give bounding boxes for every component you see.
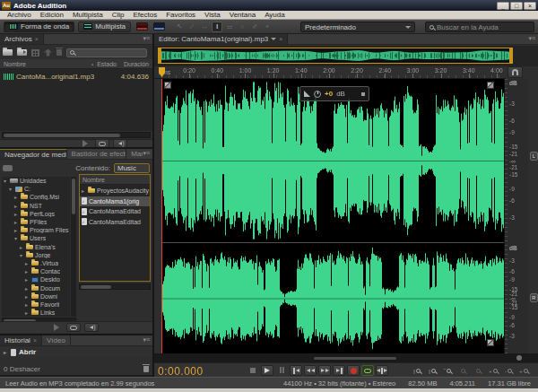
tree-item-11[interactable]: ▸Contac: [2, 267, 70, 275]
tree-item-8[interactable]: ▸Elena's: [2, 243, 70, 251]
tree-item-3[interactable]: ▸NST: [2, 202, 70, 210]
zoom-knob[interactable]: [516, 355, 522, 361]
spectral-pitch-display-icon[interactable]: [153, 22, 165, 30]
disclosure-icon[interactable]: ▾: [9, 186, 13, 192]
zoom-out-full-button[interactable]: [456, 366, 469, 376]
zoom-reset-button[interactable]: [472, 366, 484, 376]
slip-tool-icon[interactable]: [199, 22, 210, 32]
fade-icon[interactable]: [304, 91, 310, 97]
gain-knob-icon[interactable]: [314, 91, 321, 98]
disclosure-icon[interactable]: ▸: [14, 227, 19, 233]
tree-item-0[interactable]: ▾Unidades: [2, 177, 70, 185]
panel-menu-icon[interactable]: [143, 149, 152, 159]
stop-button[interactable]: [247, 365, 259, 376]
delete-icon[interactable]: [56, 49, 62, 56]
waveform-display[interactable]: [161, 79, 504, 353]
pin-icon[interactable]: [361, 92, 365, 96]
file-row[interactable]: CantoMa...original1.mp3 4:04.636: [0, 71, 152, 82]
trash-icon[interactable]: [143, 366, 149, 372]
time-display[interactable]: 0:00.000: [158, 365, 204, 378]
menu-item-7[interactable]: Ventana: [225, 11, 260, 19]
menu-item-5[interactable]: Favoritos: [161, 11, 200, 19]
open-file-icon[interactable]: [3, 49, 13, 56]
disclosure-icon[interactable]: ▸: [25, 309, 30, 316]
channel-right-button[interactable]: R: [530, 293, 538, 302]
disclosure-icon[interactable]: ▸: [25, 260, 30, 266]
loop-playback-button[interactable]: [361, 365, 374, 376]
list-item-2[interactable]: CantoMamaEditad: [80, 206, 150, 216]
save-icon[interactable]: [44, 49, 52, 57]
corner-handle-bottom-right[interactable]: [487, 339, 494, 346]
panel-divider[interactable]: [0, 147, 152, 149]
disclosure-icon[interactable]: ▸: [25, 285, 30, 292]
menu-item-6[interactable]: Vista: [200, 11, 225, 19]
panel-menu-icon[interactable]: [143, 335, 152, 345]
file-list[interactable]: CantoMa...original1.mp3 4:04.636: [0, 69, 152, 131]
tab-marcadores[interactable]: Mar: [126, 149, 143, 159]
marquee-selection-tool-icon[interactable]: [224, 22, 235, 32]
rewind-button[interactable]: [304, 365, 317, 376]
tree-item-1[interactable]: ▾C:: [2, 185, 70, 193]
amplitude-ruler[interactable]: dB-3-3-6-6-9-9-15-15-21-21-∞dB-3-3-6-6-9…: [504, 79, 528, 353]
tab-navegador-de-medios[interactable]: Navegador de medios: [0, 149, 67, 159]
pause-button[interactable]: [275, 365, 288, 376]
close-icon[interactable]: ×: [33, 337, 37, 344]
skip-to-start-button[interactable]: [290, 365, 302, 376]
zoom-selection-button[interactable]: ‾: [441, 366, 454, 376]
disclosure-icon[interactable]: ▾: [20, 252, 24, 258]
skip-to-end-button[interactable]: [333, 365, 345, 376]
waveform-view-button[interactable]: Forma de onda: [4, 22, 74, 32]
disclosure-icon[interactable]: ▸: [14, 194, 19, 200]
minimize-button[interactable]: _: [497, 2, 509, 10]
time-selection-tool-icon[interactable]: [212, 22, 222, 32]
tree-item-7[interactable]: ▾Users: [2, 234, 70, 242]
files-hscrollbar[interactable]: [2, 132, 151, 138]
disclosure-icon[interactable]: ▸: [82, 187, 86, 194]
tree-item-2[interactable]: ▸Config.Msi: [2, 193, 70, 201]
contents-dropdown[interactable]: Music: [114, 163, 150, 173]
range-handle-left[interactable]: [159, 48, 161, 63]
tab-historial[interactable]: Historial ×: [0, 335, 42, 345]
history-item-abrir[interactable]: ▸ Abrir: [0, 347, 152, 357]
tree-item-4[interactable]: ▸PerfLogs: [2, 210, 70, 218]
tree-item-10[interactable]: ▸.Virtua: [2, 259, 70, 267]
hscroll-thumb[interactable]: [314, 357, 396, 360]
files-search-field[interactable]: [66, 48, 147, 57]
panel-menu-icon[interactable]: [528, 34, 538, 44]
zoom-in-point-button[interactable]: |: [411, 366, 423, 376]
lasso-selection-tool-icon[interactable]: [237, 22, 247, 32]
tree-item-9[interactable]: ▾Jorge: [2, 251, 70, 259]
range-handle-right[interactable]: [509, 48, 512, 63]
panel-divider[interactable]: [0, 334, 152, 335]
folder-tree[interactable]: ▾Unidades▾C:▸Config.Msi▸NST▸PerfLogs▸PFi…: [2, 177, 70, 317]
disclosure-icon[interactable]: ▸: [20, 244, 24, 250]
timeline-ruler[interactable]: hms 0:200:401:001:201:402:002:202:403:00…: [154, 66, 506, 79]
play-icon[interactable]: [82, 140, 91, 147]
import-file-icon[interactable]: [17, 49, 27, 56]
panel-divider[interactable]: [152, 34, 154, 377]
tree-item-15[interactable]: ▸Favorit: [2, 301, 70, 309]
chevron-down-icon[interactable]: [271, 38, 276, 43]
menu-item-2[interactable]: Multipista: [68, 11, 108, 19]
zoom-out-point-button[interactable]: |: [426, 366, 438, 376]
col-estado[interactable]: Estado: [97, 61, 117, 67]
tree-item-16[interactable]: ▸Links: [2, 309, 70, 317]
media-contents-list[interactable]: Nombre ▸ProyectosAudacityCantoMama1(orig…: [79, 174, 151, 282]
menu-item-0[interactable]: Archivo: [3, 11, 36, 19]
tree-item-5[interactable]: ▸PFiles: [2, 218, 70, 226]
tree-item-12[interactable]: ▸Deskto: [2, 275, 70, 283]
list-item-1[interactable]: CantoMama1(orig: [80, 196, 150, 206]
snap-button[interactable]: [508, 66, 523, 78]
tree-vscrollbar[interactable]: [71, 177, 76, 317]
loop-playback-button[interactable]: [66, 323, 81, 332]
zoom-range-box[interactable]: [158, 48, 513, 64]
zoom-in-time-button[interactable]: +: [517, 366, 530, 376]
search-input[interactable]: [437, 23, 530, 31]
tree-item-6[interactable]: ▸Program Files: [2, 226, 70, 234]
disclosure-icon[interactable]: ▸: [25, 301, 30, 308]
tab-archivos[interactable]: Archivos ×: [0, 34, 44, 44]
zoom-out-amplitude-button[interactable]: -: [502, 366, 515, 376]
menu-item-1[interactable]: Edición: [36, 11, 68, 19]
workspace-dropdown[interactable]: Predeterminado: [300, 22, 415, 32]
menu-item-3[interactable]: Clip: [108, 11, 129, 19]
